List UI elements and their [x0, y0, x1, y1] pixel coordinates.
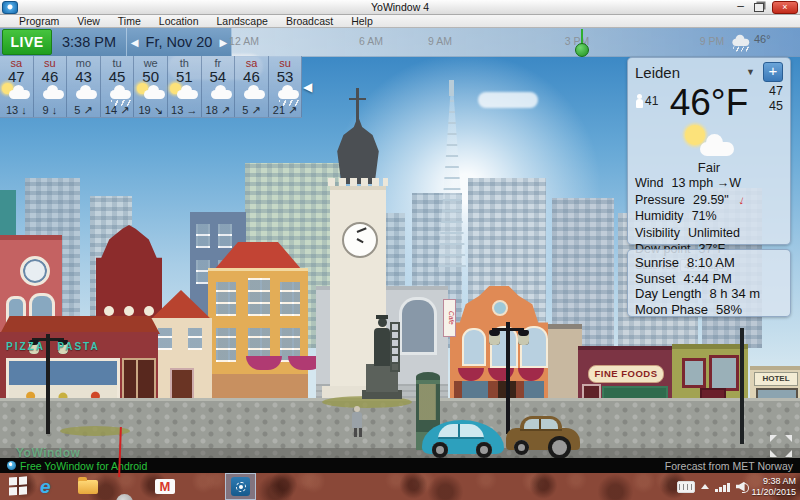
- title-bar[interactable]: YoWindow 4 – ×: [0, 0, 800, 15]
- day-weather-icon: [0, 85, 32, 102]
- gmail-icon[interactable]: M: [155, 479, 175, 494]
- lamppost: [740, 328, 744, 444]
- forecast-strip: sa 47 13 ↓ su 46 9 ↓ mo 43 5 ↗ tu 45: [0, 56, 303, 118]
- day-temp: 43: [67, 69, 100, 85]
- forecast-collapse-icon[interactable]: ◀: [303, 80, 312, 94]
- date-label: Fr, Nov 20: [146, 34, 213, 50]
- date-navigator: ◀ Fr, Nov 20 ▶: [127, 28, 232, 56]
- day-temp: 45: [101, 69, 134, 85]
- pedestrian-legs: [354, 428, 357, 437]
- day-temp: 46: [34, 69, 67, 85]
- live-button[interactable]: LIVE: [2, 29, 52, 55]
- toolbar: LIVE 3:38 PM ◀ Fr, Nov 20 ▶ 12 AM 6 AM 9…: [0, 28, 800, 56]
- forecast-day[interactable]: sa 46 5 ↗: [235, 56, 269, 118]
- location-dropdown-icon[interactable]: ▼: [746, 67, 755, 77]
- forecast-day[interactable]: su 46 9 ↓: [34, 56, 68, 118]
- gable-window: [492, 300, 508, 316]
- window: [196, 224, 210, 248]
- forecast-day[interactable]: we 50 19 ↘: [134, 56, 168, 118]
- installer-app-icon[interactable]: [116, 494, 133, 500]
- humidity-row: Humidity71%: [635, 208, 783, 225]
- pedestrian-body: [352, 412, 362, 428]
- prev-day-icon[interactable]: ◀: [131, 37, 139, 48]
- hotel-sign: HOTEL: [754, 372, 798, 386]
- statue-ladder: [390, 322, 400, 372]
- lamppost: [506, 322, 510, 434]
- forecast-day[interactable]: su 53 21 ↗: [269, 56, 303, 118]
- day-wind: 13 ↓: [0, 104, 33, 116]
- yowindow-app-icon[interactable]: [231, 477, 250, 496]
- minimize-icon[interactable]: –: [737, 0, 744, 13]
- facade-ornament: [104, 306, 114, 316]
- menu-program[interactable]: Program: [10, 15, 68, 27]
- tower-spire: [356, 88, 359, 122]
- timeline-slider[interactable]: 12 AM 6 AM 9 AM 3 PM 9 PM 46°: [232, 28, 800, 57]
- menu-bar: Program View Time Location Landscape Bro…: [0, 15, 800, 28]
- forecast-day[interactable]: sa 47 13 ↓: [0, 56, 34, 118]
- forecast-day[interactable]: th 51 13 →: [168, 56, 202, 118]
- cafe-sign: Cafe: [443, 299, 456, 337]
- menu-landscape[interactable]: Landscape: [208, 15, 277, 27]
- day-wind: 18 ↗: [202, 104, 235, 116]
- moonphase-row: Moon Phase58%: [635, 302, 783, 318]
- lantern: [489, 330, 500, 345]
- menu-help[interactable]: Help: [342, 15, 382, 27]
- taskbar-clock[interactable]: 9:38 AM11/20/2015: [752, 476, 796, 497]
- start-button[interactable]: [9, 476, 27, 495]
- window: [280, 282, 300, 316]
- current-time[interactable]: 3:38 PM: [52, 28, 127, 56]
- sunset-row: Sunset4:44 PM: [635, 271, 783, 287]
- high-low-temps: 4745: [769, 84, 783, 114]
- day-wind: 9 ↓: [34, 104, 67, 116]
- close-icon[interactable]: ×: [772, 1, 798, 14]
- day-temp: 53: [269, 69, 302, 85]
- pizza-sign: PIZZA PASTA: [6, 341, 100, 352]
- internet-explorer-icon[interactable]: e: [40, 477, 51, 496]
- menu-broadcast[interactable]: Broadcast: [277, 15, 342, 27]
- sunrise-row: Sunrise8:10 AM: [635, 255, 783, 271]
- day-wind: 13 →: [168, 104, 201, 116]
- volume-icon[interactable]: [736, 482, 746, 492]
- time-marker-handle[interactable]: [575, 43, 589, 57]
- android-promo-link[interactable]: Free YoWindow for Android: [7, 460, 147, 472]
- pressure-row: Pressure29.59"↓: [635, 192, 783, 209]
- yowindow-taskbar-cell[interactable]: [225, 473, 256, 500]
- restore-icon[interactable]: [754, 3, 764, 12]
- lantern: [518, 330, 529, 345]
- statue-hat: [376, 315, 388, 319]
- timeline-weather-icon: [725, 35, 751, 49]
- timeline-tick: 12 AM: [224, 35, 264, 47]
- forecast-credit: Forecast from MET Norway: [665, 460, 793, 472]
- yowindow-mini-icon: [7, 461, 16, 470]
- forecast-day[interactable]: tu 45 14 ↗: [101, 56, 135, 118]
- tower-crenellation: [328, 178, 388, 186]
- menu-location[interactable]: Location: [150, 15, 208, 27]
- feels-like: 41: [635, 94, 658, 108]
- car-wheel: [514, 440, 529, 455]
- weather-scene-area: PIZZA PASTA Cafe FINE FOODS HOTEL YoWind…: [0, 28, 800, 458]
- day-weather-icon: [235, 85, 267, 102]
- window: [248, 278, 270, 316]
- yowindow-window: YoWindow 4 – × Program View Time Locatio…: [0, 0, 800, 500]
- add-location-button[interactable]: +: [763, 62, 783, 82]
- forecast-day[interactable]: mo 43 5 ↗: [67, 56, 101, 118]
- menu-time[interactable]: Time: [109, 15, 150, 27]
- arched-window: [462, 328, 486, 366]
- day-weather-icon: [101, 85, 133, 102]
- day-weather-icon: [67, 85, 99, 102]
- menu-view[interactable]: View: [68, 15, 109, 27]
- keyboard-tray-icon[interactable]: [677, 481, 695, 493]
- network-signal-icon[interactable]: [715, 482, 730, 492]
- tray-expand-icon[interactable]: [701, 484, 709, 489]
- daylength-row: Day Length8 h 34 m: [635, 286, 783, 302]
- fullscreen-icon[interactable]: [770, 435, 792, 457]
- file-explorer-icon[interactable]: [78, 480, 98, 494]
- pressure-trend-icon: ↓: [736, 191, 747, 209]
- location-name[interactable]: Leiden: [635, 64, 746, 81]
- statue-head: [378, 318, 387, 327]
- day-weather-icon: [269, 85, 301, 102]
- day-weather-icon: [202, 85, 234, 102]
- forecast-day[interactable]: fr 54 18 ↗: [202, 56, 236, 118]
- car-windows: [524, 419, 558, 429]
- system-tray: 9:38 AM11/20/2015: [677, 473, 796, 500]
